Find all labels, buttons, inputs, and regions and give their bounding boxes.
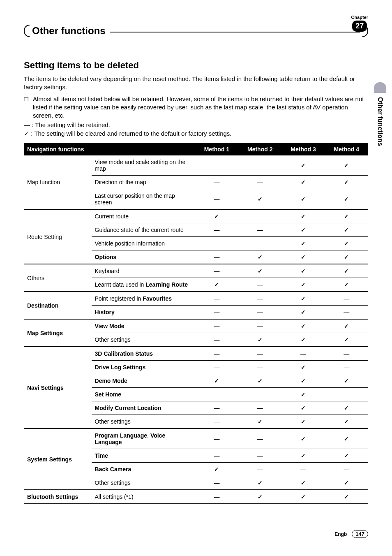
method-cell [238, 476, 281, 490]
settings-table: Navigation functions Method 1 Method 2 M… [24, 143, 368, 504]
dash-icon [344, 295, 349, 302]
method-cell [325, 292, 368, 306]
dash-icon [257, 309, 263, 315]
check-icon [344, 405, 349, 411]
group-label: Route Setting [24, 209, 92, 264]
method-cell [325, 209, 368, 223]
dash-icon [257, 240, 263, 247]
dash-icon [300, 350, 306, 357]
method-cell [325, 306, 368, 320]
item-label: Keyboard [92, 264, 195, 278]
page-title: Other functions [32, 25, 106, 37]
check-icon [344, 254, 349, 260]
method-cell [238, 490, 281, 504]
method-cell [325, 250, 368, 264]
item-label: Modify Current Location [92, 401, 195, 415]
method-cell [281, 449, 325, 463]
group-label: Map function [24, 155, 92, 209]
check-icon [301, 336, 306, 343]
method-cell [195, 463, 238, 476]
check-icon [344, 240, 349, 247]
method-cell [195, 155, 238, 176]
title-rule [110, 32, 360, 32]
method-cell [238, 155, 281, 176]
dash-icon [257, 323, 263, 329]
item-label: Demo Mode [92, 374, 195, 388]
method-cell [195, 319, 238, 333]
check-icon [344, 336, 349, 343]
group-label: Bluetooth Settings [24, 490, 92, 504]
method-cell [281, 388, 325, 401]
method-cell [238, 361, 281, 374]
check-icon [301, 179, 306, 185]
dash-icon [257, 213, 263, 220]
method-cell [238, 374, 281, 388]
th-method4: Method 4 [325, 143, 368, 155]
method-cell [238, 176, 281, 189]
method-cell [195, 176, 238, 189]
note-bullet-icon [24, 95, 33, 120]
page-footer: Engb 147 [334, 530, 368, 538]
method-cell [195, 292, 238, 306]
item-label: Learnt data used in Learning Route [92, 278, 195, 292]
check-icon [344, 268, 349, 274]
legend-dash: — : The setting will be retained. [24, 121, 368, 128]
dash-icon [257, 295, 263, 302]
item-label: Program Language, Voice Language [92, 429, 195, 449]
table-row: Map functionView mode and scale setting … [24, 155, 368, 176]
method-cell [195, 264, 238, 278]
check-icon [344, 323, 349, 329]
side-tab-text: Other functions [376, 93, 384, 146]
dash-icon [257, 466, 263, 473]
check-icon [344, 213, 349, 220]
dash-icon [214, 323, 219, 329]
dash-icon [214, 227, 219, 233]
check-icon [301, 493, 306, 500]
dash-icon [257, 179, 263, 185]
method-cell [238, 333, 281, 347]
method-cell [281, 333, 325, 347]
group-label: Navi Settings [24, 347, 92, 429]
check-icon [301, 452, 306, 459]
method-cell [195, 209, 238, 223]
check-icon [258, 196, 263, 202]
check-icon [301, 391, 306, 398]
check-icon [301, 196, 306, 202]
footer-lang: Engb [334, 531, 347, 537]
title-bracket-left [24, 25, 30, 37]
check-icon [344, 281, 349, 288]
method-cell [195, 306, 238, 320]
method-cell [195, 374, 238, 388]
method-cell [238, 250, 281, 264]
dash-icon [214, 391, 219, 398]
method-cell [238, 463, 281, 476]
dash-icon [257, 436, 263, 442]
table-row: Route SettingCurrent route [24, 209, 368, 223]
method-cell [325, 189, 368, 210]
method-cell [195, 250, 238, 264]
method-cell [195, 476, 238, 490]
method-cell [325, 347, 368, 361]
table-row: Bluetooth SettingsAll settings (*1) [24, 490, 368, 504]
method-cell [325, 449, 368, 463]
method-cell [281, 429, 325, 449]
dash-icon [257, 350, 263, 357]
method-cell [195, 278, 238, 292]
check-icon [214, 281, 219, 288]
method-cell [238, 278, 281, 292]
dash-icon [214, 436, 219, 442]
dash-icon [344, 350, 349, 357]
method-cell [195, 237, 238, 250]
dash-icon [214, 480, 219, 486]
method-cell [238, 388, 281, 401]
note-row: Almost all items not listed below will b… [24, 95, 368, 120]
dash-icon [257, 452, 263, 459]
table-row: DestinationPoint registered in Favourite… [24, 292, 368, 306]
group-label: System Settings [24, 429, 92, 490]
dash-icon [214, 179, 219, 185]
dash-icon [257, 162, 263, 169]
table-row: OthersKeyboard [24, 264, 368, 278]
method-cell [195, 449, 238, 463]
method-cell [238, 319, 281, 333]
dash-icon [300, 466, 306, 473]
